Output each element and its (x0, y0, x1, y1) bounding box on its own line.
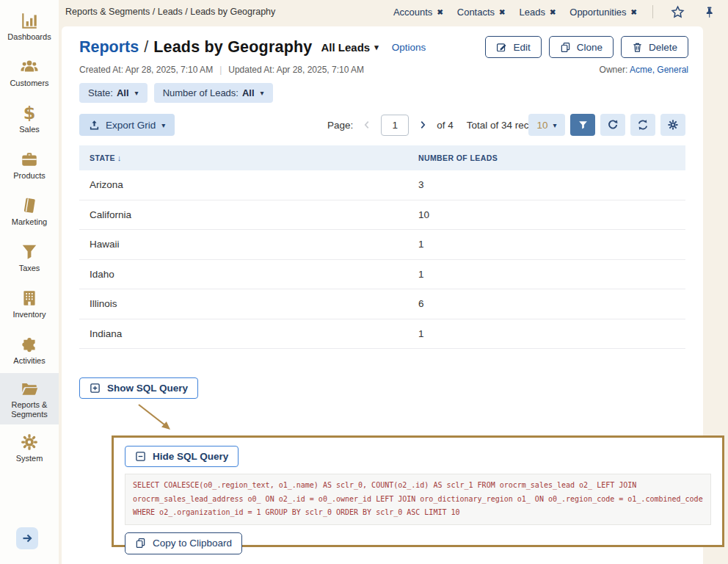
sidebar-item-marketing[interactable]: Marketing (0, 188, 59, 234)
divider (652, 5, 653, 18)
sidebar-item-sales[interactable]: $ Sales (0, 95, 59, 142)
favorite-star-icon[interactable] (669, 3, 686, 21)
building-icon (20, 289, 39, 308)
minus-square-icon (135, 451, 146, 462)
chevron-down-icon: ▾ (553, 121, 557, 129)
trash-icon (632, 42, 643, 53)
sidebar-item-activities[interactable]: Activities (0, 327, 59, 373)
page-number-input[interactable] (381, 115, 409, 136)
pin-icon[interactable] (700, 3, 718, 21)
close-icon[interactable]: ✖ (631, 8, 637, 16)
filters-toggle-button[interactable] (570, 114, 595, 136)
pagination: Page: of 4 Total of 34 records (327, 114, 548, 136)
cell-state: Illinois (79, 298, 418, 309)
created-at: Created At: Apr 28, 2025, 7:10 AM (79, 65, 213, 75)
cell-leads: 10 (418, 209, 685, 220)
close-icon[interactable]: ✖ (499, 8, 505, 16)
grid-tools: 10 ▾ (528, 114, 685, 136)
reports-section-link[interactable]: Reports (79, 38, 139, 57)
top-bar: Reports & Segments / Leads / Leads by Ge… (59, 0, 728, 24)
puzzle-icon (20, 335, 39, 354)
clone-button[interactable]: Clone (549, 36, 614, 58)
table-row: Idaho 1 (79, 260, 685, 290)
scope-dropdown[interactable]: All Leads ▾ (321, 41, 379, 54)
sidebar-item-reports-segments[interactable]: Reports & Segments (0, 373, 59, 424)
owner: Owner: Acme, General (600, 65, 688, 75)
hide-sql-query-button[interactable]: Hide SQL Query (125, 446, 239, 467)
filter-chips: State: All ▾ Number of Leads: All ▾ (79, 83, 273, 103)
sidebar-item-dashboards[interactable]: Dashboards (0, 3, 59, 49)
cell-state: Idaho (79, 269, 418, 280)
reset-button[interactable] (630, 114, 655, 136)
page-title: Leads by Geography (153, 38, 312, 57)
page-header: Reports / Leads by Geography All Leads ▾… (79, 36, 688, 58)
grid-toolbar: Export Grid ▾ Page: of 4 Total of 34 rec… (79, 114, 685, 136)
table-row: Hawaii 1 (79, 230, 685, 260)
next-page-button[interactable] (416, 120, 429, 130)
annotation-arrow (134, 402, 180, 435)
cell-leads: 1 (418, 239, 685, 250)
refresh-button[interactable] (600, 114, 625, 136)
pinned-tab-leads[interactable]: Leads ✖ (519, 7, 556, 18)
filter-chip-number-of-leads[interactable]: Number of Leads: All ▾ (154, 83, 273, 103)
grid-settings-button[interactable] (660, 114, 685, 136)
plus-square-icon (90, 383, 101, 394)
pinned-tab-contacts[interactable]: Contacts ✖ (457, 7, 506, 18)
page-size-dropdown[interactable]: 10 ▾ (528, 114, 565, 136)
pinned-tab-opportunities[interactable]: Opportunities ✖ (569, 7, 637, 18)
page-of-label: of 4 (437, 120, 454, 131)
cell-leads: 1 (418, 269, 685, 280)
pinned-tab-accounts[interactable]: Accounts ✖ (393, 7, 443, 18)
cell-leads: 3 (418, 179, 685, 190)
export-grid-button[interactable]: Export Grid ▾ (79, 114, 175, 136)
gear-icon (20, 433, 39, 452)
column-header-state[interactable]: State↓ (79, 153, 418, 162)
prev-page-button[interactable] (360, 120, 374, 130)
owner-link[interactable]: Acme, General (630, 65, 688, 75)
sync-icon (637, 119, 649, 131)
show-sql-query-button[interactable]: Show SQL Query (79, 377, 198, 399)
chevron-down-icon: ▾ (135, 89, 139, 97)
cell-state: Indiana (79, 328, 418, 339)
sidebar-item-customers[interactable]: Customers (0, 49, 59, 95)
delete-button[interactable]: Delete (621, 36, 688, 58)
cell-state: Hawaii (79, 239, 418, 250)
gear-icon (667, 119, 679, 131)
sidebar-expand-button[interactable] (16, 527, 38, 549)
record-meta: Created At: Apr 28, 2025, 7:10 AM | Upda… (79, 65, 688, 75)
table-row: Indiana 1 (79, 319, 685, 350)
filter-chip-state[interactable]: State: All ▾ (79, 83, 148, 103)
pencil-icon (496, 42, 507, 53)
sql-query-panel: Hide SQL Query SELECT COALESCE(o0_.regio… (112, 435, 724, 547)
dollar-icon: $ (20, 104, 39, 123)
options-link[interactable]: Options (392, 42, 426, 53)
svg-text:$: $ (23, 104, 36, 123)
table-row: Illinois 6 (79, 289, 685, 319)
sidebar-item-products[interactable]: Products (0, 142, 59, 188)
column-header-number-of-leads[interactable]: Number of Leads (418, 153, 685, 162)
sidebar-item-inventory[interactable]: Inventory (0, 281, 59, 327)
header-actions: Edit Clone Delete (485, 36, 688, 58)
funnel-icon (20, 242, 39, 261)
sidebar-item-system[interactable]: System (0, 424, 59, 471)
copy-to-clipboard-button[interactable]: Copy to Clipboard (125, 532, 242, 554)
updated-at: Updated At: Apr 28, 2025, 7:10 AM (228, 65, 364, 75)
breadcrumb[interactable]: Reports & Segments / Leads / Leads by Ge… (65, 7, 275, 17)
data-grid: State↓ Number of Leads Arizona 3 Califor… (79, 145, 685, 349)
pinned-tabs: Accounts ✖ Contacts ✖ Leads ✖ Opportunit… (393, 3, 718, 21)
upload-icon (89, 120, 100, 131)
edit-button[interactable]: Edit (485, 36, 541, 58)
refresh-icon (607, 119, 619, 131)
open-folder-icon (20, 379, 39, 398)
close-icon[interactable]: ✖ (437, 8, 443, 16)
chevron-left-icon (362, 120, 372, 130)
chevron-down-icon: ▾ (261, 89, 264, 97)
close-icon[interactable]: ✖ (550, 8, 556, 16)
sidebar-item-taxes[interactable]: Taxes (0, 234, 59, 281)
people-icon (20, 57, 39, 76)
copy-icon (560, 42, 571, 53)
cell-leads: 6 (418, 298, 685, 309)
bar-chart-icon (20, 11, 39, 30)
page-label: Page: (327, 120, 353, 131)
arrow-right-icon (21, 532, 33, 544)
